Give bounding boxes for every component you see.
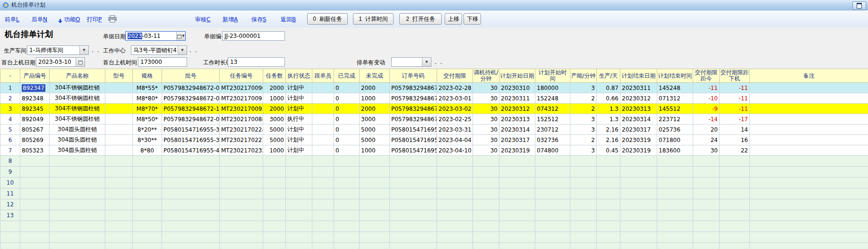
- grid-cell-plan_start_date[interactable]: [499, 210, 535, 221]
- grid-cell-delivery_to_offline[interactable]: [720, 243, 750, 249]
- grid-cell-setup_wait[interactable]: 30: [473, 104, 499, 114]
- grid-cell-plan_start_time[interactable]: [535, 243, 570, 249]
- doc-no-input[interactable]: JJ-23-000001: [222, 31, 285, 41]
- grid-cell-product_name[interactable]: [50, 188, 105, 199]
- grid-cell-order_no[interactable]: P0579832948672: [390, 93, 437, 104]
- prev-doc-link[interactable]: 前单L: [5, 16, 19, 24]
- grid-cell-exec_status[interactable]: [286, 210, 312, 221]
- grid-cell-task_no[interactable]: MT2302170227: [220, 135, 263, 145]
- grid-cell-delivery_to_offline[interactable]: [720, 210, 750, 221]
- column-header-plan_end_date[interactable]: 计划结束日期: [620, 69, 657, 83]
- grid-cell-task_qty[interactable]: [263, 156, 286, 167]
- grid-cell-setup_wait[interactable]: [473, 167, 499, 178]
- grid-cell-prod_per_day[interactable]: 1.3: [597, 114, 620, 124]
- grid-cell-spec[interactable]: [133, 232, 162, 243]
- grid-cell-setup_wait[interactable]: 30: [473, 124, 499, 135]
- grid-cell-delivery_date[interactable]: 2023-04-10: [437, 145, 473, 156]
- grid-cell-plan_start_date[interactable]: 20230313: [499, 114, 535, 124]
- grid-cell-delivery_to_offline[interactable]: 14: [720, 124, 750, 135]
- grid-cell-follower[interactable]: [312, 83, 334, 93]
- grid-cell-days_to_delivery[interactable]: [693, 210, 720, 221]
- grid-cell-days_to_delivery[interactable]: 30: [693, 145, 720, 156]
- schedule-changed-select[interactable]: ▼: [391, 57, 431, 67]
- grid-cell-product_name[interactable]: [50, 167, 105, 178]
- grid-cell-remark[interactable]: [750, 83, 868, 93]
- grid-cell-plan_start_time[interactable]: 152248: [535, 93, 570, 104]
- grid-cell-plan_start_time[interactable]: 032736: [535, 135, 570, 145]
- grid-cell-spec[interactable]: 8*30**: [133, 135, 162, 145]
- grid-cell-plan_end_time[interactable]: [657, 178, 693, 188]
- column-header-delivery_to_offline[interactable]: 交付期限距下机: [720, 69, 750, 83]
- grid-cell-product_name[interactable]: [50, 210, 105, 221]
- grid-cell-delivery_date[interactable]: [437, 210, 473, 221]
- grid-cell-remark[interactable]: [750, 188, 868, 199]
- schedule-changed-dropdown-button[interactable]: ▼: [422, 58, 431, 66]
- grid-cell-plan_end_time[interactable]: [657, 167, 693, 178]
- grid-cell-delivery_date[interactable]: 2023-04-04: [437, 135, 473, 145]
- grid-cell-task_no[interactable]: [220, 210, 263, 221]
- column-header-delivery_date[interactable]: 交付期限: [437, 69, 473, 83]
- work-center-dropdown-button[interactable]: ▼: [178, 46, 187, 54]
- grid-cell-plan_end_time[interactable]: [657, 221, 693, 232]
- grid-cell-product_name[interactable]: 304不锈钢圆柱销: [50, 114, 105, 124]
- grid-cell-done_qty[interactable]: 0: [334, 135, 360, 145]
- grid-cell-model[interactable]: [105, 145, 133, 156]
- grid-cell-plan_end_time[interactable]: 071312: [657, 93, 693, 104]
- row-number[interactable]: 11: [0, 188, 20, 199]
- grid-cell-remark[interactable]: [750, 156, 868, 167]
- grid-cell-follower[interactable]: [312, 104, 334, 114]
- grid-cell-plan_end_date[interactable]: 20230311: [620, 83, 657, 93]
- grid-cell-remark[interactable]: [750, 221, 868, 232]
- grid-cell-model[interactable]: [105, 232, 133, 243]
- grid-cell-model[interactable]: [105, 199, 133, 210]
- grid-cell-task_no[interactable]: [220, 199, 263, 210]
- schedule-changed-browse-button[interactable]: . .: [435, 59, 443, 65]
- row-number[interactable]: 8: [0, 156, 20, 167]
- print-icon-button[interactable]: [107, 14, 118, 24]
- grid-cell-undone_qty[interactable]: [360, 199, 390, 210]
- column-header-lot_no[interactable]: 批号: [162, 69, 220, 83]
- grid-cell-exec_status[interactable]: [286, 167, 312, 178]
- grid-cell-delivery_to_offline[interactable]: [720, 188, 750, 199]
- grid-cell-delivery_to_offline[interactable]: [720, 167, 750, 178]
- doc-date-input[interactable]: 2023-03-11 ▼: [125, 31, 186, 41]
- grid-cell-setup_wait[interactable]: [473, 232, 499, 243]
- grid-cell-lot_no[interactable]: [162, 178, 220, 188]
- grid-cell-order_no[interactable]: P0580154716955: [390, 124, 437, 135]
- grid-cell-plan_end_date[interactable]: [620, 243, 657, 249]
- grid-cell-task_no[interactable]: [220, 156, 263, 167]
- grid-cell-spec[interactable]: [133, 210, 162, 221]
- grid-cell-prod_per_day[interactable]: [597, 243, 620, 249]
- grid-cell-days_to_delivery[interactable]: -9: [693, 104, 720, 114]
- grid-cell-task_qty[interactable]: [263, 178, 286, 188]
- grid-cell-remark[interactable]: [750, 145, 868, 156]
- grid-cell-plan_start_time[interactable]: [535, 178, 570, 188]
- grid-cell-undone_qty[interactable]: [360, 156, 390, 167]
- grid-cell-plan_end_time[interactable]: 145248: [657, 83, 693, 93]
- grid-cell-model[interactable]: [105, 243, 133, 249]
- grid-cell-plan_start_date[interactable]: [499, 232, 535, 243]
- grid-cell-prod_per_day[interactable]: 0.45: [597, 145, 620, 156]
- grid-cell-lot_no[interactable]: [162, 156, 220, 167]
- grid-cell-undone_qty[interactable]: [360, 243, 390, 249]
- grid-cell-follower[interactable]: [312, 232, 334, 243]
- grid-cell-prod_per_day[interactable]: 2.16: [597, 135, 620, 145]
- grid-cell-model[interactable]: [105, 83, 133, 93]
- grid-cell-prod_per_day[interactable]: [597, 178, 620, 188]
- grid-cell-remark[interactable]: [750, 178, 868, 188]
- column-header-spec[interactable]: 规格: [133, 69, 162, 83]
- grid-cell-product_no[interactable]: [20, 156, 50, 167]
- grid-cell-setup_wait[interactable]: [473, 188, 499, 199]
- grid-cell-model[interactable]: [105, 221, 133, 232]
- grid-cell-follower[interactable]: [312, 199, 334, 210]
- grid-cell-spec[interactable]: [133, 156, 162, 167]
- column-header-days_to_delivery[interactable]: 交付期限距今: [693, 69, 720, 83]
- grid-cell-delivery_date[interactable]: [437, 243, 473, 249]
- grid-cell-delivery_to_offline[interactable]: [720, 156, 750, 167]
- grid-cell-lot_no[interactable]: P0580154716955-42: [162, 145, 220, 156]
- grid-cell-plan_end_time[interactable]: 183600: [657, 145, 693, 156]
- grid-cell-model[interactable]: [105, 167, 133, 178]
- grid-cell-plan_end_time[interactable]: 025736: [657, 124, 693, 135]
- grid-cell-plan_end_date[interactable]: [620, 188, 657, 199]
- grid-cell-lot_no[interactable]: [162, 232, 220, 243]
